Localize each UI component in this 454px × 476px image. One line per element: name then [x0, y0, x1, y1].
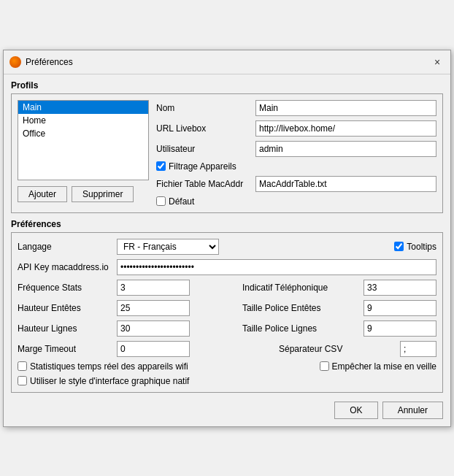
filtrage-checkbox[interactable]: [156, 161, 166, 171]
hauteur-lignes-input[interactable]: [117, 320, 190, 337]
fichier-row: Fichier Table MacAddr: [156, 176, 436, 192]
nom-row: Nom: [156, 100, 436, 116]
style-checkbox[interactable]: [18, 376, 27, 385]
stats-wifi-label: Statistiques temps réel des appareils wi…: [30, 361, 188, 372]
api-key-input[interactable]: [117, 259, 436, 275]
emp-veille-checkbox[interactable]: [320, 361, 329, 371]
marge-row: Marge Timeout Séparateur CSV: [18, 341, 436, 357]
langage-row: Langage FR - Français EN - English DE - …: [18, 239, 436, 255]
defaut-checkbox[interactable]: [156, 196, 166, 206]
hauteur-entetes-input[interactable]: [117, 300, 190, 316]
api-key-row: API Key macaddress.io: [18, 259, 436, 275]
hauteur-lignes-label: Hauteur Lignes: [18, 323, 112, 334]
separateur-label: Séparateur CSV: [279, 344, 396, 354]
ok-button[interactable]: OK: [334, 402, 377, 419]
defaut-row: Défaut: [156, 196, 436, 207]
url-input[interactable]: [255, 120, 436, 137]
profiles-left: Main Home Office Ajouter Supprimer: [18, 100, 149, 207]
hauteur-entetes-label: Hauteur Entêtes: [18, 303, 112, 313]
user-input[interactable]: [255, 141, 436, 157]
taille-police-lignes-label: Taille Police Lignes: [242, 323, 359, 334]
indicatif-label: Indicatif Téléphonique: [242, 283, 359, 293]
close-button[interactable]: ×: [430, 55, 445, 69]
user-row: Utilisateur: [156, 141, 436, 157]
langage-label: Langage: [18, 242, 112, 252]
profile-buttons: Ajouter Supprimer: [18, 186, 149, 202]
tooltips-checkbox[interactable]: [394, 242, 404, 251]
fichier-label: Fichier Table MacAddr: [156, 179, 251, 189]
delete-button[interactable]: Supprimer: [72, 186, 134, 202]
title-bar: Préférences ×: [4, 50, 450, 74]
taille-police-entetes-input[interactable]: [363, 300, 436, 316]
stats-wifi-checkbox[interactable]: [18, 361, 27, 371]
emp-veille-checkbox-row: Empêcher la mise en veille: [320, 361, 436, 372]
stats-wifi-checkbox-row: Statistiques temps réel des appareils wi…: [18, 361, 188, 372]
tooltips-label: Tooltips: [407, 242, 436, 252]
langage-select[interactable]: FR - Français EN - English DE - Deutsch: [117, 239, 219, 255]
style-label: Utiliser le style d'interface graphique …: [30, 376, 189, 386]
preferences-dialog: Préférences × Profils Main Home Office A…: [3, 50, 451, 427]
profile-item-home[interactable]: Home: [18, 114, 148, 127]
freq-row: Fréquence Stats Indicatif Téléphonique: [18, 280, 436, 296]
pref-grid: Langage FR - Français EN - English DE - …: [18, 239, 436, 386]
taille-police-lignes-input[interactable]: [363, 320, 436, 337]
style-row: Utiliser le style d'interface graphique …: [18, 376, 436, 386]
app-icon: [9, 56, 21, 68]
dialog-title: Préférences: [26, 57, 426, 67]
fichier-input[interactable]: [255, 176, 436, 192]
user-label: Utilisateur: [156, 144, 251, 154]
profils-label: Profils: [11, 80, 443, 91]
taille-police-entetes-label: Taille Police Entêtes: [242, 303, 359, 313]
profiles-right: Nom URL Livebox Utilisateur Filtrage App…: [156, 100, 436, 207]
marge-label: Marge Timeout: [18, 344, 112, 354]
filtrage-row: Filtrage Appareils: [156, 161, 436, 172]
stats-wifi-row: Statistiques temps réel des appareils wi…: [18, 361, 436, 372]
profiles-section: Main Home Office Ajouter Supprimer Nom U…: [11, 93, 443, 213]
bottom-buttons: OK Annuler: [11, 399, 443, 421]
profile-list: Main Home Office: [18, 100, 149, 180]
defaut-label: Défaut: [169, 196, 194, 207]
filtrage-label: Filtrage Appareils: [169, 161, 236, 172]
nom-input[interactable]: [255, 100, 436, 116]
separateur-input[interactable]: [400, 341, 436, 357]
emp-veille-label: Empêcher la mise en veille: [332, 361, 436, 372]
url-label: URL Livebox: [156, 123, 251, 134]
annuler-button[interactable]: Annuler: [382, 402, 443, 419]
api-key-label: API Key macaddress.io: [18, 262, 112, 272]
url-row: URL Livebox: [156, 120, 436, 137]
hauteur-lignes-row: Hauteur Lignes Taille Police Lignes: [18, 320, 436, 337]
freq-input[interactable]: [117, 280, 190, 296]
pref-section: Langage FR - Français EN - English DE - …: [11, 232, 443, 393]
prefs-label: Préférences: [11, 219, 443, 229]
marge-input[interactable]: [117, 341, 190, 357]
style-checkbox-row: Utiliser le style d'interface graphique …: [18, 376, 189, 386]
hauteur-entetes-row: Hauteur Entêtes Taille Police Entêtes: [18, 300, 436, 316]
nom-label: Nom: [156, 103, 251, 113]
tooltips-row: Tooltips: [394, 242, 436, 252]
profile-item-office[interactable]: Office: [18, 127, 148, 140]
profile-item-main[interactable]: Main: [18, 101, 148, 114]
indicatif-input[interactable]: [363, 280, 436, 296]
freq-label: Fréquence Stats: [18, 283, 112, 293]
add-button[interactable]: Ajouter: [18, 186, 67, 202]
dialog-body: Profils Main Home Office Ajouter Supprim…: [4, 74, 450, 426]
